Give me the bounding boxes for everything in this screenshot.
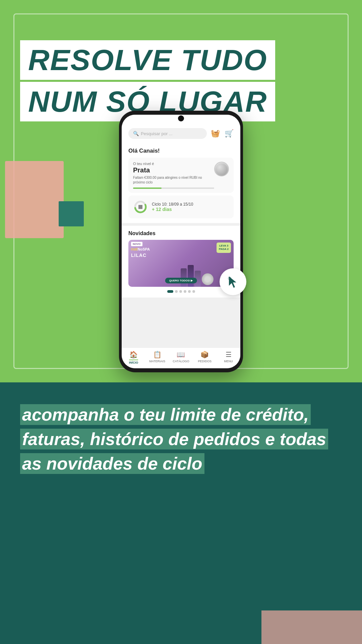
cycle-info: Ciclo 10: 18/09 a 15/10 + 12 dias — [152, 202, 193, 212]
title-line1: RESOLVE TUDO — [20, 40, 275, 80]
promo-quero-button[interactable]: QUERO TODOS! ▶ — [165, 278, 197, 283]
level-card: O teu nível é Prata Faltam €300.00 para … — [128, 158, 234, 193]
nav-label-inicio: INÍCIO — [129, 360, 138, 364]
level-badge-icon — [214, 162, 229, 176]
home-icon: 🏠 — [129, 351, 138, 359]
svg-rect-2 — [138, 205, 142, 209]
nav-item-pedidos[interactable]: 📦 PEDIDOS — [193, 351, 217, 364]
search-placeholder-text: Pesquisar por ... — [141, 131, 173, 136]
level-label: O teu nível é — [133, 162, 214, 166]
level-progress-bar — [133, 187, 214, 189]
bottom-section: acompanha o teu limite de crédito, fatur… — [0, 382, 362, 644]
bottom-navigation: 🏠 INÍCIO 📋 MATERIAIS 📖 CATÁLOGO 📦 — [122, 347, 240, 368]
cycle-card: Ciclo 10: 18/09 a 15/10 + 12 dias — [128, 196, 234, 218]
bottom-text-area: acompanha o teu limite de crédito, fatur… — [20, 402, 342, 476]
dot-2 — [175, 290, 178, 293]
nav-item-menu[interactable]: ☰ MENU — [217, 351, 240, 364]
nav-label-catalogo: CATÁLOGO — [173, 360, 189, 363]
promo-novo-badge: NOVO — [131, 242, 142, 246]
dot-6 — [192, 290, 195, 293]
level-progress-fill — [133, 187, 162, 189]
dot-3 — [179, 290, 182, 293]
title-area: RESOLVE TUDO NUM SÓ LUGAR — [0, 40, 362, 121]
phone-screen: 🔍 Pesquisar por ... 🧺 🛒 Olá Canais! — [122, 115, 240, 368]
phone-notch — [178, 115, 184, 121]
dot-4 — [184, 290, 186, 293]
cycle-dates-text: Ciclo 10: 18/09 a 15/10 — [152, 202, 193, 207]
cursor-icon — [226, 275, 240, 288]
bottom-pink-decoration — [261, 610, 362, 644]
cart-icon[interactable]: 🛒 — [225, 129, 234, 138]
nav-label-pedidos: PEDIDOS — [198, 360, 212, 363]
phone-mockup: 🔍 Pesquisar por ... 🧺 🛒 Olá Canais! — [119, 111, 243, 372]
teal-square-decoration — [59, 201, 84, 226]
basket-icon[interactable]: 🧺 — [211, 129, 220, 138]
search-bar[interactable]: 🔍 Pesquisar por ... — [128, 128, 207, 139]
novidades-title: Novidades — [128, 230, 234, 236]
cycle-days-text: + 12 dias — [152, 207, 193, 212]
nav-item-inicio[interactable]: 🏠 INÍCIO — [122, 351, 145, 364]
product-round — [202, 273, 214, 285]
bottom-subtitle-text: acompanha o teu limite de crédito, fatur… — [20, 404, 328, 474]
materiais-icon: 📋 — [153, 351, 162, 359]
search-icon: 🔍 — [133, 131, 139, 136]
nav-item-materiais[interactable]: 📋 MATERIAIS — [145, 351, 169, 364]
pedidos-icon: 📦 — [200, 351, 209, 359]
header-icons: 🧺 🛒 — [211, 129, 234, 138]
promo-banner[interactable]: NOVO natNoSPA LILAC — [128, 240, 234, 287]
promo-products — [181, 265, 214, 287]
svg-marker-3 — [229, 276, 236, 288]
catalogo-icon: 📖 — [177, 351, 185, 359]
nav-label-materiais: MATERIAIS — [149, 360, 165, 363]
promo-brand-text: natNoSPA LILAC — [131, 247, 150, 258]
screen-content: 🔍 Pesquisar por ... 🧺 🛒 Olá Canais! — [122, 115, 240, 368]
nav-item-catalogo[interactable]: 📖 CATÁLOGO — [169, 351, 193, 364]
pink-rectangle-decoration — [5, 161, 64, 238]
level-info: O teu nível é Prata Faltam €300.00 para … — [133, 162, 214, 189]
greeting-text: Olá Canais! — [128, 148, 234, 154]
dot-5 — [188, 290, 191, 293]
dot-1 — [167, 290, 173, 293]
promo-offer-badge: LEVA 3PAGA 2 — [217, 243, 231, 253]
product-bottle-2 — [188, 265, 194, 287]
dots-pagination — [128, 290, 234, 293]
phone-outer-frame: 🔍 Pesquisar por ... 🧺 🛒 Olá Canais! — [119, 111, 243, 372]
nav-label-menu: MENU — [224, 360, 233, 363]
cursor-bubble — [220, 268, 246, 295]
greeting-section: Olá Canais! O teu nível é Prata Faltam €… — [122, 143, 240, 223]
screen-body: Olá Canais! O teu nível é Prata Faltam €… — [122, 143, 240, 347]
title-line1-text: RESOLVE TUDO — [28, 43, 267, 76]
level-description: Faltam €300.00 para atingires o nível RU… — [133, 175, 214, 185]
top-section: RESOLVE TUDO NUM SÓ LUGAR 🔍 Pesquisar po… — [0, 0, 362, 382]
level-name: Prata — [133, 166, 214, 174]
cycle-donut-chart — [133, 200, 148, 214]
menu-icon: ☰ — [226, 351, 232, 359]
